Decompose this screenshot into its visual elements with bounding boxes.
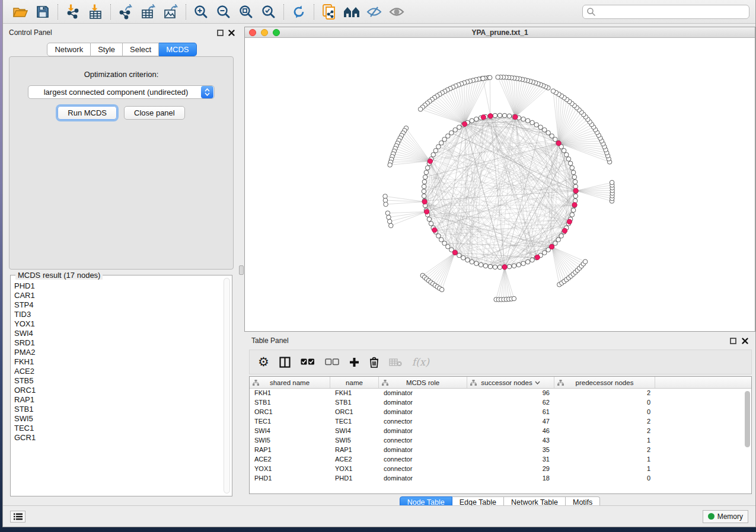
mcds-dominator-node[interactable] [422, 199, 427, 204]
mcds-node-item[interactable]: PMA2 [14, 348, 222, 357]
network-node[interactable] [546, 130, 551, 135]
tab-select[interactable]: Select [123, 43, 159, 56]
network-leaf-node[interactable] [481, 76, 486, 81]
mcds-node-item[interactable]: TEC1 [14, 424, 222, 433]
mcds-dominator-node[interactable] [452, 250, 457, 255]
network-node[interactable] [571, 170, 576, 175]
network-node[interactable] [568, 161, 573, 166]
zoom-fit-button[interactable] [235, 2, 257, 21]
network-leaf-node[interactable] [551, 89, 556, 94]
network-node[interactable] [436, 233, 441, 238]
mcds-dominator-node[interactable] [462, 121, 467, 126]
network-node[interactable] [572, 175, 577, 180]
network-node[interactable] [566, 157, 571, 162]
network-leaf-node[interactable] [388, 223, 393, 228]
network-node[interactable] [461, 255, 466, 260]
search-input[interactable] [582, 5, 749, 19]
network-node[interactable] [550, 134, 554, 139]
zoom-out-button[interactable] [212, 2, 235, 21]
tab-style[interactable]: Style [91, 43, 123, 56]
panel-splitter-handle[interactable] [239, 265, 244, 275]
network-node[interactable] [427, 217, 432, 222]
task-history-button[interactable] [10, 511, 25, 523]
network-node[interactable] [573, 194, 578, 198]
network-leaf-node[interactable] [610, 180, 614, 185]
mcds-node-item[interactable]: SRD1 [14, 338, 222, 348]
float-panel-icon[interactable] [730, 338, 736, 344]
binoculars-button[interactable] [340, 2, 363, 21]
mcds-node-item[interactable]: STB5 [14, 376, 222, 386]
network-node[interactable] [559, 233, 564, 238]
network-node[interactable] [479, 262, 483, 267]
column-header[interactable]: successor nodes [467, 377, 554, 388]
export-table-button[interactable] [137, 2, 160, 21]
network-leaf-node[interactable] [384, 202, 388, 207]
network-node[interactable] [516, 262, 521, 267]
mcds-node-item[interactable]: CAR1 [14, 291, 222, 300]
mcds-dominator-node[interactable] [556, 141, 561, 146]
mcds-dominator-node[interactable] [502, 265, 507, 270]
network-leaf-node[interactable] [388, 163, 393, 168]
network-node[interactable] [446, 134, 451, 139]
network-node[interactable] [457, 253, 462, 258]
network-node[interactable] [470, 259, 474, 264]
network-node[interactable] [465, 258, 470, 262]
mcds-node-item[interactable]: TID3 [14, 310, 222, 319]
network-node[interactable] [474, 117, 479, 121]
table-settings-button[interactable]: ⚙ [258, 356, 269, 368]
network-node[interactable] [507, 264, 512, 269]
network-node[interactable] [483, 264, 488, 268]
add-column-button[interactable] [349, 357, 359, 367]
save-session-button[interactable] [31, 2, 54, 21]
mcds-dominator-node[interactable] [428, 159, 432, 164]
network-node[interactable] [442, 241, 447, 246]
mcds-node-item[interactable]: SWI4 [14, 329, 222, 338]
deselect-all-rows-button[interactable] [325, 358, 339, 366]
table-row[interactable]: SWI4SWI4dominator462 [250, 427, 751, 436]
zoom-in-button[interactable] [190, 2, 212, 21]
network-node[interactable] [570, 166, 575, 171]
float-panel-icon[interactable] [217, 30, 224, 36]
delete-column-button[interactable] [369, 357, 379, 368]
mcds-node-item[interactable]: ACE2 [14, 367, 222, 376]
tab-mcds[interactable]: MCDS [159, 43, 196, 56]
table-row[interactable]: RAP1RAP1dominator352 [250, 446, 751, 455]
table-row[interactable]: FKH1FKH1dominator962 [250, 389, 751, 398]
select-all-rows-button[interactable] [301, 358, 315, 366]
criterion-select[interactable]: largest connected component (undirected) [28, 85, 215, 99]
network-node[interactable] [543, 128, 547, 133]
mcds-dominator-node[interactable] [513, 114, 518, 119]
network-node[interactable] [422, 194, 426, 198]
network-node[interactable] [512, 264, 516, 268]
network-leaf-node[interactable] [385, 211, 390, 216]
network-node[interactable] [470, 118, 474, 123]
show-eye-button[interactable] [385, 2, 408, 21]
mcds-dominator-node[interactable] [424, 209, 429, 214]
network-leaf-node[interactable] [418, 107, 423, 112]
zoom-selected-button[interactable] [257, 2, 280, 21]
network-node[interactable] [538, 125, 543, 130]
network-node[interactable] [453, 128, 458, 133]
network-node[interactable] [439, 140, 444, 145]
network-node[interactable] [525, 118, 530, 123]
network-node[interactable] [446, 245, 451, 249]
column-header[interactable]: shared name [250, 377, 330, 388]
network-node[interactable] [497, 265, 502, 270]
table-row[interactable]: ACE2ACE2connector311 [250, 455, 751, 464]
network-leaf-node[interactable] [583, 259, 588, 264]
table-row[interactable]: STB1STB1dominator620 [250, 398, 751, 408]
close-panel-button[interactable]: Close panel [124, 106, 185, 120]
close-panel-icon[interactable] [742, 338, 748, 344]
mcds-dominator-node[interactable] [573, 188, 578, 193]
network-leaf-node[interactable] [387, 219, 392, 224]
run-mcds-button[interactable]: Run MCDS [58, 106, 117, 120]
mcds-list-scrollbar[interactable] [224, 278, 230, 493]
network-leaf-node[interactable] [496, 75, 500, 80]
network-node[interactable] [422, 184, 426, 189]
mcds-node-item[interactable]: GCR1 [14, 433, 222, 443]
mcds-dominator-node[interactable] [562, 228, 567, 233]
tab-network[interactable]: Network [47, 43, 91, 56]
network-node[interactable] [474, 261, 479, 266]
network-node[interactable] [525, 259, 530, 264]
column-visibility-button[interactable] [279, 357, 291, 368]
